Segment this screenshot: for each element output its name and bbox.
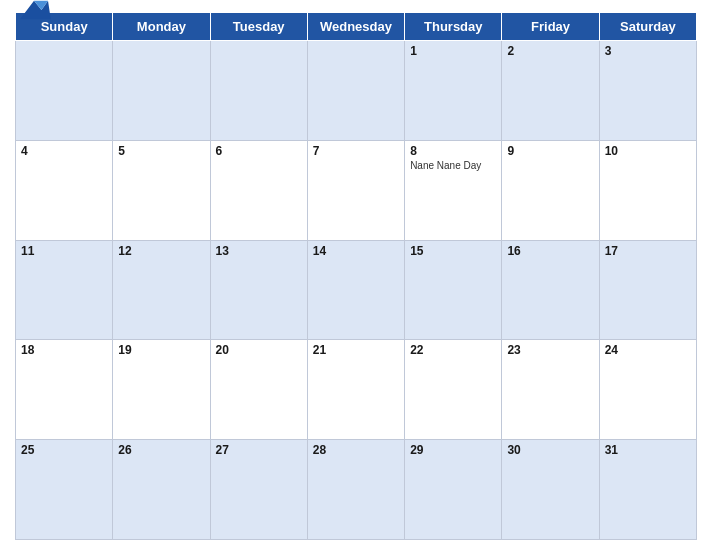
- calendar-cell: 4: [16, 140, 113, 240]
- day-event: Nane Nane Day: [410, 160, 496, 171]
- calendar-cell: 31: [599, 440, 696, 540]
- day-number: 12: [118, 244, 204, 258]
- calendar-cell: 13: [210, 240, 307, 340]
- day-number: 16: [507, 244, 593, 258]
- day-number: 5: [118, 144, 204, 158]
- calendar-cell: 15: [405, 240, 502, 340]
- day-header-friday: Friday: [502, 13, 599, 41]
- day-number: 25: [21, 443, 107, 457]
- week-row: 18192021222324: [16, 340, 697, 440]
- day-number: 31: [605, 443, 691, 457]
- calendar-cell: 7: [307, 140, 404, 240]
- day-number: 29: [410, 443, 496, 457]
- day-number: 20: [216, 343, 302, 357]
- calendar-cell: 20: [210, 340, 307, 440]
- day-header-tuesday: Tuesday: [210, 13, 307, 41]
- calendar-table: SundayMondayTuesdayWednesdayThursdayFrid…: [15, 12, 697, 540]
- calendar-cell: 2: [502, 41, 599, 141]
- day-number: 8: [410, 144, 496, 158]
- calendar-cell: 27: [210, 440, 307, 540]
- calendar-cell: 12: [113, 240, 210, 340]
- day-number: 6: [216, 144, 302, 158]
- calendar-cell: 17: [599, 240, 696, 340]
- calendar-cell: 30: [502, 440, 599, 540]
- day-number: 11: [21, 244, 107, 258]
- day-header-monday: Monday: [113, 13, 210, 41]
- calendar-cell: [307, 41, 404, 141]
- calendar-cell: 10: [599, 140, 696, 240]
- calendar-cell: [113, 41, 210, 141]
- calendar-cell: 16: [502, 240, 599, 340]
- week-row: 123: [16, 41, 697, 141]
- calendar-cell: 8Nane Nane Day: [405, 140, 502, 240]
- calendar-cell: 3: [599, 41, 696, 141]
- day-number: 15: [410, 244, 496, 258]
- day-number: 2: [507, 44, 593, 58]
- calendar-cell: 28: [307, 440, 404, 540]
- day-number: 13: [216, 244, 302, 258]
- day-number: 1: [410, 44, 496, 58]
- calendar-cell: 6: [210, 140, 307, 240]
- calendar-cell: 18: [16, 340, 113, 440]
- calendar-cell: 11: [16, 240, 113, 340]
- day-number: 18: [21, 343, 107, 357]
- day-number: 4: [21, 144, 107, 158]
- calendar-cell: 21: [307, 340, 404, 440]
- calendar-cell: 22: [405, 340, 502, 440]
- calendar-cell: 26: [113, 440, 210, 540]
- day-header-thursday: Thursday: [405, 13, 502, 41]
- calendar-cell: 23: [502, 340, 599, 440]
- day-number: 14: [313, 244, 399, 258]
- calendar-cell: 14: [307, 240, 404, 340]
- day-number: 19: [118, 343, 204, 357]
- calendar-cell: [16, 41, 113, 141]
- calendar-cell: 25: [16, 440, 113, 540]
- svg-marker-0: [20, 1, 51, 20]
- calendar-cell: 29: [405, 440, 502, 540]
- calendar-cell: [210, 41, 307, 141]
- calendar-cell: 19: [113, 340, 210, 440]
- calendar-cell: 5: [113, 140, 210, 240]
- day-number: 26: [118, 443, 204, 457]
- day-number: 23: [507, 343, 593, 357]
- week-row: 11121314151617: [16, 240, 697, 340]
- day-number: 30: [507, 443, 593, 457]
- calendar-cell: 9: [502, 140, 599, 240]
- days-header-row: SundayMondayTuesdayWednesdayThursdayFrid…: [16, 13, 697, 41]
- day-number: 24: [605, 343, 691, 357]
- logo: [15, 0, 53, 24]
- day-number: 7: [313, 144, 399, 158]
- day-number: 9: [507, 144, 593, 158]
- calendar-cell: 24: [599, 340, 696, 440]
- day-number: 22: [410, 343, 496, 357]
- day-header-wednesday: Wednesday: [307, 13, 404, 41]
- week-row: 45678Nane Nane Day910: [16, 140, 697, 240]
- day-number: 21: [313, 343, 399, 357]
- day-number: 28: [313, 443, 399, 457]
- day-number: 27: [216, 443, 302, 457]
- day-number: 17: [605, 244, 691, 258]
- day-header-saturday: Saturday: [599, 13, 696, 41]
- week-row: 25262728293031: [16, 440, 697, 540]
- calendar-cell: 1: [405, 41, 502, 141]
- day-number: 10: [605, 144, 691, 158]
- day-number: 3: [605, 44, 691, 58]
